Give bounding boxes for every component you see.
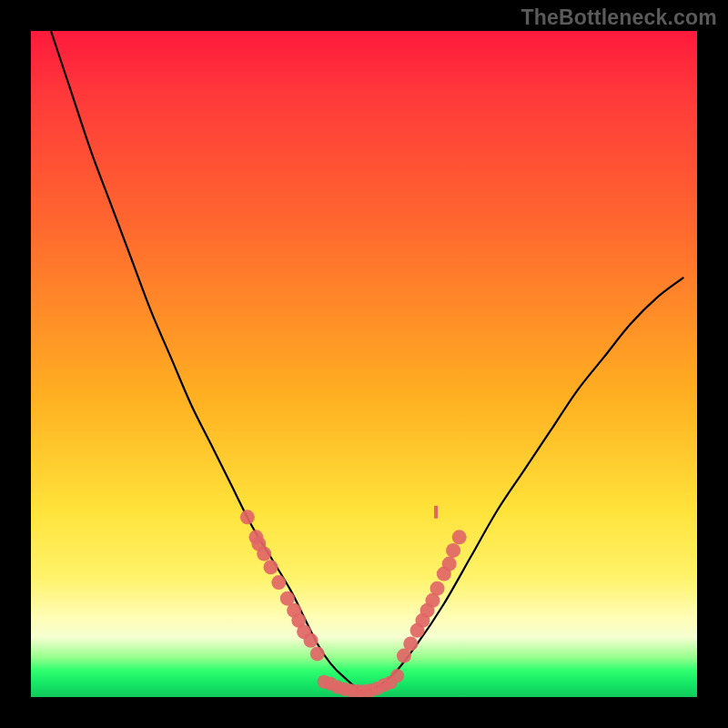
watermark-text: TheBottleneck.com [521, 5, 717, 30]
data-dot [390, 669, 404, 682]
chart-frame: TheBottleneck.com [0, 0, 728, 728]
data-dot [452, 530, 467, 544]
data-dot [264, 560, 278, 574]
bottleneck-curve [51, 31, 683, 691]
data-dot [303, 633, 318, 648]
data-dot [310, 646, 325, 661]
chart-overlay [31, 31, 697, 697]
data-dot [430, 581, 445, 596]
tick-mark [434, 506, 438, 519]
dot-cluster-right [397, 530, 467, 662]
dot-cluster-bottom [318, 669, 405, 697]
data-dot [271, 575, 286, 590]
dot-cluster-left [240, 510, 325, 661]
data-dot [240, 510, 255, 524]
data-dot [403, 636, 418, 651]
data-dot [257, 547, 271, 561]
data-dot [446, 543, 460, 558]
tick-rect [434, 506, 438, 519]
data-dot [442, 557, 457, 571]
